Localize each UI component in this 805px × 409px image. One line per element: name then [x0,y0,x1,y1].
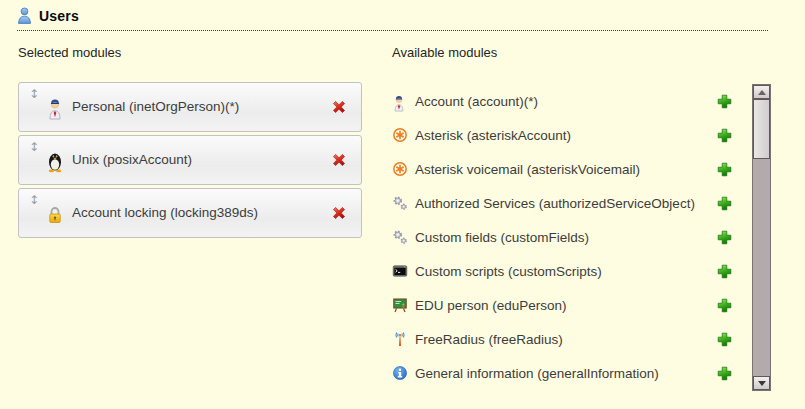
page-header: Users [17,7,768,31]
module-label: Authorized Services (authorizedServiceOb… [415,196,695,211]
add-module-button[interactable] [716,297,733,314]
scrollbar-up-button[interactable] [753,85,770,99]
selected-module-row: ↕ Unix (posixAccount) [18,135,362,185]
available-modules-label: Available modules [392,45,497,60]
available-modules-scrollbar[interactable] [752,84,771,391]
selected-modules-label: Selected modules [18,45,121,60]
available-module-row: EDU person (eduPerson) [392,288,733,322]
users-icon [17,7,32,24]
available-module-row: Custom scripts (customScripts) [392,254,733,288]
asterisk-icon [392,127,408,143]
gears-icon [392,229,408,245]
up-arrow-icon [758,90,766,95]
available-module-row: Authorized Services (authorizedServiceOb… [392,186,733,220]
chalkboard-icon [392,297,408,313]
asterisk-icon [392,161,408,177]
remove-module-button[interactable] [330,98,348,116]
tux-penguin-icon [46,149,64,173]
selected-module-row: ↕ Personal (inetOrgPerson)(*) [18,82,362,132]
add-module-button[interactable] [716,93,733,110]
module-label: Asterisk (asteriskAccount) [415,128,571,143]
module-label: FreeRadius (freeRadius) [415,332,563,347]
radio-antenna-icon [392,331,408,347]
terminal-icon [392,263,408,279]
available-module-row: Asterisk (asteriskAccount) [392,118,733,152]
drag-handle-icon[interactable]: ↕ [29,141,39,153]
add-module-button[interactable] [716,229,733,246]
add-module-button[interactable] [716,161,733,178]
drag-handle-icon[interactable]: ↕ [29,194,39,206]
remove-module-button[interactable] [330,204,348,222]
down-arrow-icon [758,381,766,386]
available-module-row: General information (generalInformation) [392,356,733,390]
module-label: EDU person (eduPerson) [415,298,567,313]
available-modules-list: Account (account)(*) Asterisk (asteriskA… [392,84,733,390]
scrollbar-down-button[interactable] [753,376,770,390]
add-module-button[interactable] [716,195,733,212]
add-module-button[interactable] [716,331,733,348]
drag-handle-icon[interactable]: ↕ [29,88,39,100]
personal-user-icon [392,93,408,109]
add-module-button[interactable] [716,263,733,280]
add-module-button[interactable] [716,127,733,144]
module-label: Account locking (locking389ds) [72,189,258,237]
add-module-button[interactable] [716,365,733,382]
available-module-row: FreeRadius (freeRadius) [392,322,733,356]
personal-user-icon [46,96,64,120]
padlock-icon [46,202,64,226]
module-label: Account (account)(*) [415,94,538,109]
available-module-row: Account (account)(*) [392,84,733,118]
module-label: Custom scripts (customScripts) [415,264,602,279]
selected-modules-list: ↕ Personal (inetOrgPerson)(*) ↕ Unix (po… [18,82,362,241]
gears-icon [392,195,408,211]
info-icon [392,365,408,381]
module-label: Personal (inetOrgPerson)(*) [72,83,239,131]
module-label: General information (generalInformation) [415,366,659,381]
selected-module-row: ↕ Account locking (locking389ds) [18,188,362,238]
page-title: Users [39,8,79,24]
remove-module-button[interactable] [330,151,348,169]
module-label: Custom fields (customFields) [415,230,589,245]
available-module-row: Asterisk voicemail (asteriskVoicemail) [392,152,733,186]
module-label: Asterisk voicemail (asteriskVoicemail) [415,162,640,177]
available-module-row: Custom fields (customFields) [392,220,733,254]
module-selection-page: Users Selected modules Available modules… [0,0,805,409]
module-label: Unix (posixAccount) [72,136,192,184]
scrollbar-thumb[interactable] [753,99,770,159]
